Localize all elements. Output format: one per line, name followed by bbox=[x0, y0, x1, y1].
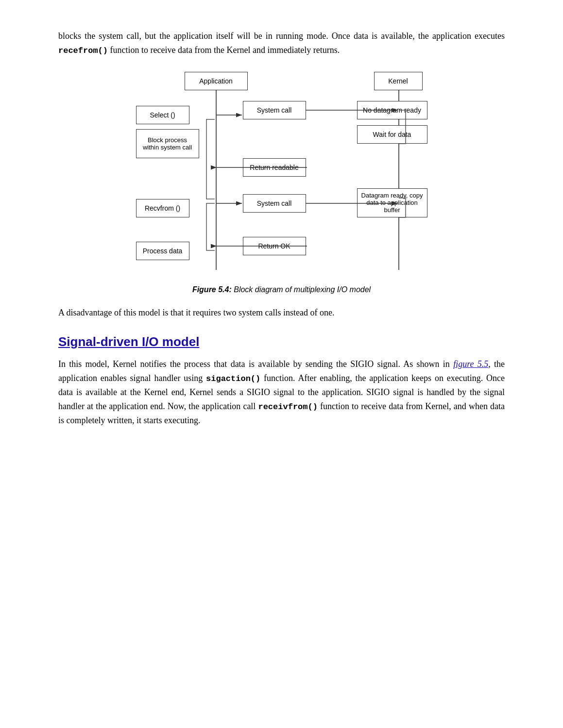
figure55-link[interactable]: figure 5.5 bbox=[453, 359, 488, 369]
figure-text: Block diagram of multiplexing I/O model bbox=[232, 285, 371, 294]
para3-code2: receivfrom() bbox=[258, 402, 317, 412]
para3-code1: sigaction() bbox=[206, 374, 260, 383]
select-box: Select () bbox=[136, 106, 189, 124]
recvfrom-box: Recvfrom () bbox=[136, 199, 189, 217]
no-datagram-box: No datagram ready bbox=[357, 101, 427, 119]
kernel-header-box: Kernel bbox=[374, 72, 423, 90]
diagram: Application Kernel Select () Block proce… bbox=[131, 72, 432, 281]
figure-label: Figure 5.4: bbox=[192, 285, 232, 294]
datagram-ready-box: Datagram ready, copy data to application… bbox=[357, 188, 427, 217]
intro-text1: blocks the system call, but the applicat… bbox=[58, 31, 505, 41]
intro-code1: recefrom() bbox=[58, 46, 108, 55]
syscall1-box: System call bbox=[243, 101, 306, 119]
para3-text1: In this model, Kernel notifies the proce… bbox=[58, 359, 453, 369]
figure-caption: Figure 5.4: Block diagram of multiplexin… bbox=[58, 285, 505, 294]
app-header-box: Application bbox=[185, 72, 248, 90]
intro-text2: function to receive data from the Kernel… bbox=[108, 45, 340, 55]
return-ok-box: Return OK bbox=[243, 237, 306, 255]
diagram-container: Application Kernel Select () Block proce… bbox=[58, 72, 505, 281]
paragraph2: A disadvantage of this model is that it … bbox=[58, 306, 505, 320]
syscall2-box: System call bbox=[243, 194, 306, 213]
block-process-box: Block process within system call bbox=[136, 129, 199, 158]
section-heading[interactable]: Signal-driven I/O model bbox=[58, 334, 505, 349]
paragraph3: In this model, Kernel notifies the proce… bbox=[58, 357, 505, 428]
process-data-box: Process data bbox=[136, 242, 189, 260]
return-readable-box: Return readable bbox=[243, 158, 306, 177]
wait-for-data-box: Wait for data bbox=[357, 125, 427, 144]
intro-paragraph: blocks the system call, but the applicat… bbox=[58, 29, 505, 57]
app-vline bbox=[216, 90, 217, 270]
